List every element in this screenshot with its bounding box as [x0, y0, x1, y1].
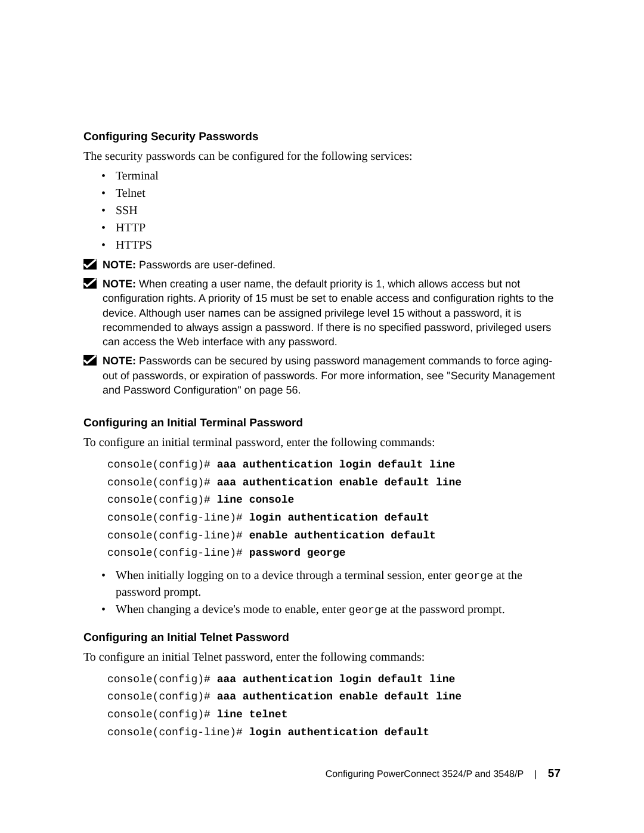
telnet-intro: To configure an initial Telnet password,…	[83, 649, 561, 665]
footer-title: Configuring PowerConnect 3524/P and 3548…	[326, 769, 524, 779]
note-body: Passwords can be secured by using passwo…	[103, 355, 555, 396]
note-text: NOTE: When creating a user name, the def…	[103, 277, 561, 349]
list-item: When initially logging on to a device th…	[101, 568, 561, 599]
note-body: Passwords are user-defined.	[136, 259, 275, 271]
list-item: Terminal	[101, 168, 561, 184]
document-page: Configuring Security Passwords The secur…	[0, 0, 644, 833]
mono-text: george	[454, 571, 493, 583]
code-line: console(config-line)# login authenticati…	[107, 724, 561, 742]
heading-terminal-password: Configuring an Initial Terminal Password	[83, 416, 561, 431]
note-block: NOTE: Passwords are user-defined.	[83, 258, 561, 272]
code-block-telnet: console(config)# aaa authentication logi…	[107, 671, 561, 742]
terminal-notes-list: When initially logging on to a device th…	[101, 568, 561, 618]
note-block: NOTE: When creating a user name, the def…	[83, 277, 561, 349]
page-footer: Configuring PowerConnect 3524/P and 3548…	[83, 767, 561, 782]
note-icon	[83, 278, 97, 289]
code-line: console(config-line)# login authenticati…	[107, 510, 561, 528]
list-item: SSH	[101, 203, 561, 218]
code-line: console(config)# line console	[107, 492, 561, 510]
code-line: console(config-line)# password george	[107, 545, 561, 563]
terminal-intro: To configure an initial terminal passwor…	[83, 435, 561, 451]
heading-security-passwords: Configuring Security Passwords	[83, 130, 561, 145]
list-item: Telnet	[101, 185, 561, 201]
list-item: When changing a device's mode to enable,…	[101, 602, 561, 618]
note-text: NOTE: Passwords can be secured by using …	[103, 354, 561, 397]
code-block-terminal: console(config)# aaa authentication logi…	[107, 457, 561, 563]
code-line: console(config)# line telnet	[107, 707, 561, 724]
code-line: console(config)# aaa authentication enab…	[107, 475, 561, 493]
code-line: console(config)# aaa authentication enab…	[107, 689, 561, 707]
note-body: When creating a user name, the default p…	[103, 278, 553, 348]
footer-divider: |	[534, 769, 537, 781]
note-label: NOTE:	[103, 355, 136, 367]
heading-telnet-password: Configuring an Initial Telnet Password	[83, 631, 561, 646]
intro-text: The security passwords can be configured…	[83, 148, 561, 165]
list-item: HTTP	[101, 220, 561, 236]
services-list: Terminal Telnet SSH HTTP HTTPS	[101, 168, 561, 253]
mono-text: george	[349, 605, 388, 617]
note-text: NOTE: Passwords are user-defined.	[103, 258, 275, 272]
code-line: console(config)# aaa authentication logi…	[107, 457, 561, 475]
note-label: NOTE:	[103, 278, 136, 290]
note-block: NOTE: Passwords can be secured by using …	[83, 354, 561, 397]
note-icon	[83, 355, 97, 366]
code-line: console(config-line)# enable authenticat…	[107, 528, 561, 546]
page-number: 57	[548, 767, 561, 780]
list-item: HTTPS	[101, 237, 561, 253]
note-label: NOTE:	[103, 259, 136, 271]
note-icon	[83, 259, 97, 270]
code-line: console(config)# aaa authentication logi…	[107, 671, 561, 689]
